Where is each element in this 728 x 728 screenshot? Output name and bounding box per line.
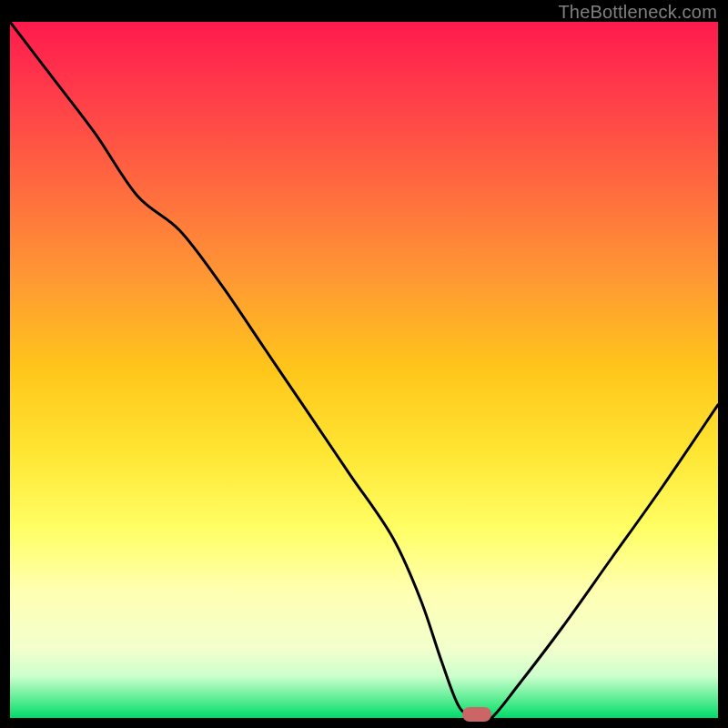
curve-svg (10, 22, 718, 718)
bottleneck-curve (10, 22, 718, 718)
optimal-point-marker (462, 707, 491, 722)
chart-container: TheBottleneck.com (0, 0, 728, 728)
plot-area (10, 22, 718, 718)
watermark-text: TheBottleneck.com (558, 2, 717, 23)
